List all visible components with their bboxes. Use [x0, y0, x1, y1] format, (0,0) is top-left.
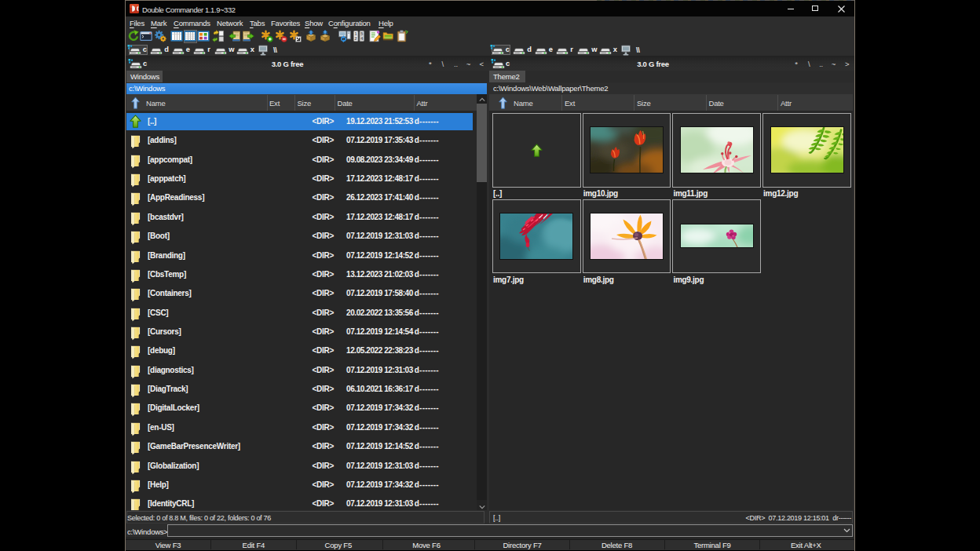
svg-text:2: 2 — [355, 36, 357, 41]
